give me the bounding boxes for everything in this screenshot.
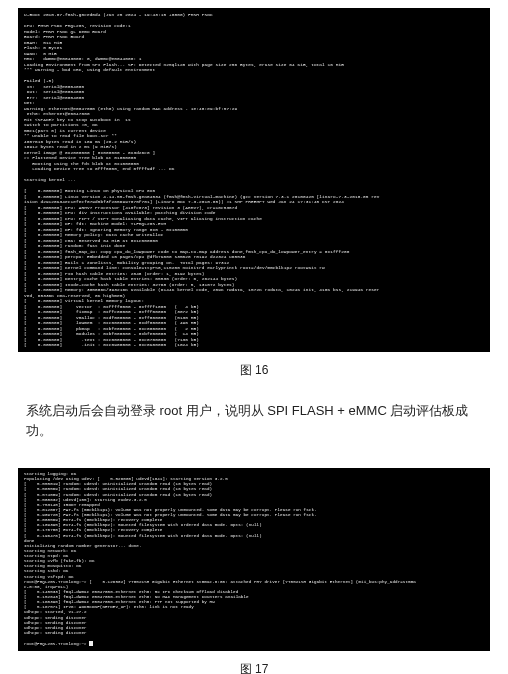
terminal-output-1: U-Boot 2018.07-fmsh-g0ced0d4 (Jan 25 202…: [18, 8, 490, 352]
figure-caption-16: 图 16: [18, 362, 490, 379]
body-paragraph: 系统启动后会自动登录 root 用户，说明从 SPI FLASH + eMMC …: [26, 401, 482, 443]
terminal-output-2: Starting logging: OK Populating /dev usi…: [18, 468, 490, 651]
figure-caption-17: 图 17: [18, 661, 490, 674]
